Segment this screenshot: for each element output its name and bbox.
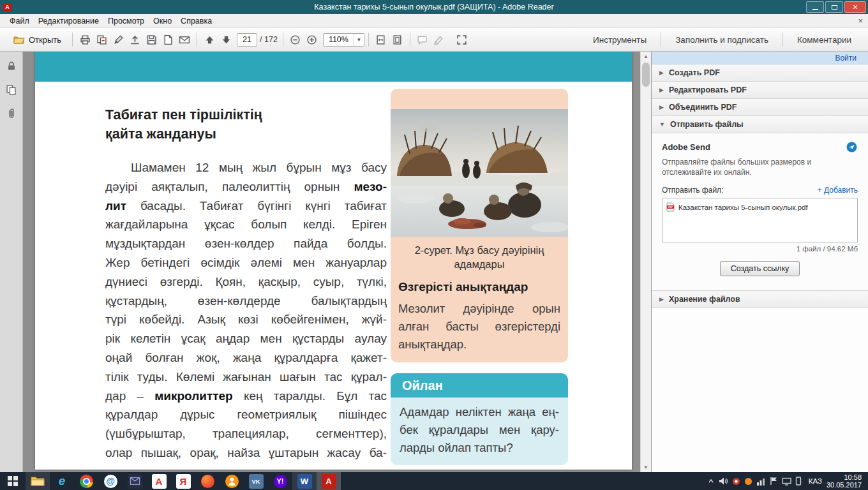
figure-image-ice-age-painting <box>391 109 568 237</box>
zoom-in-button[interactable] <box>304 31 320 48</box>
phone-tray-icon[interactable] <box>795 477 802 486</box>
taskbar-mail-ru-agent[interactable]: @ <box>98 472 123 490</box>
file-list-box[interactable]: PDF Казакстан тарихы 5-сынып окулык.pdf <box>662 198 858 242</box>
taskbar-internet-explorer[interactable]: e <box>50 472 74 490</box>
page-thumbnails-icon[interactable] <box>6 84 17 95</box>
display-tray-icon[interactable] <box>782 477 791 486</box>
fit-page-button[interactable] <box>389 31 406 48</box>
mail-ru-icon: @ <box>104 475 117 488</box>
fit-width-button[interactable] <box>373 31 389 48</box>
menu-edit[interactable]: Редактирование <box>34 15 103 27</box>
taskbar-acrobat-reader[interactable]: A <box>317 472 341 490</box>
scrollbar-thumb[interactable] <box>642 63 650 87</box>
comment-tool-button[interactable] <box>414 31 431 48</box>
taskbar-word[interactable]: W <box>292 472 317 490</box>
close-button[interactable]: × <box>844 1 866 13</box>
create-link-button[interactable]: Создать ссылку <box>720 261 800 276</box>
scroll-down-arrow[interactable]: ▼ <box>641 463 651 472</box>
menu-view[interactable]: Просмотр <box>103 15 149 27</box>
section-combine-pdf[interactable]: ▶ Объединить PDF <box>652 99 868 116</box>
zoom-level-select[interactable]: 110% ▼ <box>323 33 364 47</box>
taskbar-file-explorer[interactable] <box>26 472 50 490</box>
word-icon: W <box>297 474 312 489</box>
menu-file[interactable]: Файл <box>5 15 34 27</box>
odnoklassniki-icon <box>225 475 239 488</box>
share-button[interactable] <box>126 31 143 48</box>
menu-help[interactable]: Справка <box>176 15 216 27</box>
next-page-button[interactable] <box>218 31 234 48</box>
hidden-icons-chevron-icon[interactable] <box>707 477 715 485</box>
taskbar-yahoo[interactable]: Y! <box>268 472 292 490</box>
speech-bubble-icon <box>417 34 428 45</box>
main-area: Табиғат пен тіршіліктіңқайта жандануы Ша… <box>0 52 868 472</box>
send-files-panel: Adobe Send Отправляйте файлы больших раз… <box>652 133 868 291</box>
toolbar-separator <box>283 33 283 47</box>
highlight-tool-button[interactable] <box>431 31 447 48</box>
toolbar-separator <box>410 33 410 47</box>
action-center-flag-icon[interactable] <box>770 477 778 486</box>
file-summary: 1 файл / 94.62 Мб <box>662 245 858 253</box>
taskbar-clock[interactable]: 10:58 30.05.2017 <box>827 472 868 490</box>
taskbar-opera[interactable] <box>195 472 220 490</box>
taskbar: e @ А Я VK Y! W A <box>0 472 868 490</box>
updater-tray-icon[interactable] <box>744 477 752 486</box>
section-send-files[interactable]: ▼ Отправить файлы <box>652 116 868 133</box>
attachments-paperclip-icon[interactable] <box>6 108 17 119</box>
add-file-link[interactable]: + Добавить <box>818 186 858 195</box>
previous-page-button[interactable] <box>201 31 218 48</box>
print-icon <box>80 34 91 45</box>
volume-icon[interactable] <box>719 477 728 486</box>
internet-explorer-icon: e <box>59 474 66 488</box>
network-signal-icon[interactable] <box>756 477 766 486</box>
chevron-right-icon: ▶ <box>659 296 664 302</box>
sign-in-link[interactable]: Войти <box>835 54 857 63</box>
adobe-send-title: Adobe Send <box>662 142 710 152</box>
minimize-button[interactable] <box>806 1 824 13</box>
antivirus-tray-icon[interactable] <box>732 477 740 486</box>
taskbar-amigo-browser[interactable]: А <box>147 472 171 490</box>
email-button[interactable] <box>176 31 193 48</box>
arrow-up-icon <box>204 34 215 45</box>
fill-and-sign-button[interactable]: Заполнить и подписать <box>665 31 779 48</box>
language-indicator[interactable]: КАЗ <box>804 477 827 485</box>
attachments-button[interactable] <box>160 31 176 48</box>
menubar-close-icon[interactable]: × <box>858 16 863 26</box>
maximize-button[interactable] <box>825 1 843 13</box>
fullscreen-button[interactable] <box>454 31 470 48</box>
section-create-pdf[interactable]: ▶ Создать PDF <box>652 64 868 82</box>
chevron-right-icon: ▶ <box>659 70 664 76</box>
start-button[interactable] <box>0 472 26 490</box>
task-heading: Өзгерісті анықтаңдар <box>398 280 560 294</box>
security-lock-icon[interactable] <box>6 61 17 71</box>
section-edit-pdf[interactable]: ▶ Редактировать PDF <box>652 82 868 99</box>
taskbar-odnoklassniki[interactable] <box>220 472 244 490</box>
sign-button[interactable] <box>110 31 126 48</box>
window-title: Казакстан тарихы 5-сынып окулык.pdf (ЗАЩ… <box>0 3 868 11</box>
comments-button[interactable]: Комментарии <box>787 31 862 48</box>
system-tray <box>705 472 804 490</box>
tools-button[interactable]: Инструменты <box>583 31 657 48</box>
save-copy-button[interactable] <box>93 31 110 48</box>
chevron-down-icon[interactable]: ▼ <box>354 34 364 46</box>
taskbar-yandex-browser[interactable]: Я <box>171 472 195 490</box>
open-button[interactable]: Открыть <box>6 31 68 48</box>
scroll-up-arrow[interactable]: ▲ <box>641 52 651 61</box>
vertical-scrollbar[interactable]: ▲ ▼ <box>640 52 651 472</box>
chevron-down-icon: ▼ <box>659 121 665 128</box>
page-number-input[interactable] <box>237 33 257 47</box>
file-list-item[interactable]: PDF Казакстан тарихы 5-сынып окулык.pdf <box>666 202 853 212</box>
arrow-down-icon <box>221 34 232 45</box>
zoom-out-button[interactable] <box>287 31 304 48</box>
pdf-page: Табиғат пен тіршіліктіңқайта жандануы Ша… <box>35 52 632 470</box>
pdf-file-icon: PDF <box>666 202 675 212</box>
section-file-storage[interactable]: ▶ Хранение файлов <box>652 291 868 308</box>
document-canvas[interactable]: Табиғат пен тіршіліктіңқайта жандануы Ша… <box>23 52 640 472</box>
amigo-browser-icon: А <box>152 474 167 489</box>
menu-window[interactable]: Окно <box>149 15 176 27</box>
taskbar-chrome[interactable] <box>74 472 98 490</box>
think-box: Ойлан Адамдар неліктен жаңа ең-бек құрал… <box>391 373 568 465</box>
taskbar-mail-client[interactable] <box>123 472 147 490</box>
save-button[interactable] <box>143 31 160 48</box>
taskbar-vk[interactable]: VK <box>244 472 268 490</box>
print-button[interactable] <box>77 31 93 48</box>
